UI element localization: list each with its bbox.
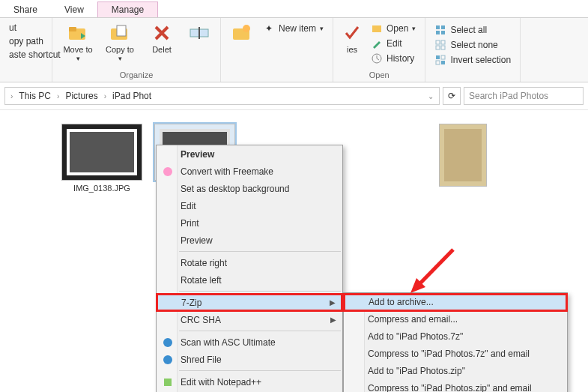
sub-add-archive[interactable]: Add to archive... (344, 293, 567, 310)
copy-to-button[interactable]: Copy to▾ (100, 19, 139, 64)
breadcrumb-pictures[interactable]: Pictures (63, 91, 100, 101)
ctx-print[interactable]: Print (157, 214, 342, 232)
svg-rect-8 (372, 25, 381, 32)
file-thumbnail[interactable]: IMG_0138.JPG (61, 124, 142, 193)
svg-point-22 (163, 167, 172, 176)
sub-compress-zip-email[interactable]: Compress to "iPad Photos.zip" and email (344, 379, 567, 392)
group-organize-label: Organize (58, 69, 214, 82)
select-all-button[interactable]: Select all (431, 22, 514, 37)
delete-button[interactable]: Delet (142, 19, 181, 56)
npp-icon (161, 376, 175, 389)
svg-rect-20 (441, 55, 445, 59)
ctx-rotate-right[interactable]: Rotate right (157, 254, 342, 271)
rename-button[interactable] (184, 19, 214, 46)
folder-move-icon (66, 21, 90, 45)
ctx-crcsha[interactable]: CRC SHA▶ (157, 311, 342, 328)
svg-rect-18 (436, 55, 440, 59)
select-none-button[interactable]: Select none (431, 37, 514, 52)
ctx-wallpaper[interactable]: Set as desktop background (157, 180, 342, 197)
chevron-down-icon[interactable]: ⌄ (425, 92, 436, 100)
file-thumbnail[interactable] (439, 124, 487, 193)
file-label: IMG_0138.JPG (73, 184, 130, 193)
ctx-shred[interactable]: Shred File (157, 351, 342, 368)
svg-rect-11 (441, 25, 445, 29)
breadcrumb[interactable]: › This PC › Pictures › iPad Phot ⌄ (4, 87, 440, 105)
ctx-preview2[interactable]: Preview (157, 232, 342, 249)
svg-rect-12 (436, 31, 440, 34)
history-clock-icon (371, 52, 383, 64)
select-none-icon (434, 39, 446, 51)
cut-button[interactable]: ut (6, 21, 46, 34)
svg-rect-13 (441, 31, 445, 34)
paste-shortcut-button[interactable]: aste shortcut (6, 48, 46, 61)
ctx-notepadpp[interactable]: Edit with Notepad++ (157, 373, 342, 391)
new-item-button[interactable]: ✦New item ▾ (260, 21, 327, 36)
ctx-rotate-left[interactable]: Rotate left (157, 271, 342, 289)
context-submenu-7zip: Add to archive... Compress and email... … (343, 292, 568, 392)
freemake-icon (161, 165, 175, 178)
new-folder-button[interactable] (227, 19, 257, 46)
sub-add-zip[interactable]: Add to "iPad Photos.zip" (344, 362, 567, 379)
address-bar: › This PC › Pictures › iPad Phot ⌄ ⟳ Sea… (0, 82, 588, 110)
svg-rect-16 (436, 46, 440, 49)
ctx-asc-scan[interactable]: Scan with ASC Ultimate (157, 334, 342, 351)
svg-rect-17 (441, 46, 445, 49)
chevron-right-icon: › (102, 92, 109, 100)
refresh-button[interactable]: ⟳ (443, 87, 461, 105)
rename-icon (187, 21, 211, 45)
invert-icon (434, 54, 446, 66)
svg-point-23 (163, 338, 172, 347)
open-icon (371, 22, 383, 34)
submenu-arrow-icon: ▶ (330, 298, 336, 307)
copy-path-button[interactable]: opy path (6, 34, 46, 48)
svg-rect-21 (436, 61, 440, 64)
context-menu: Preview Convert with Freemake Set as des… (156, 145, 343, 392)
delete-x-icon (150, 21, 174, 45)
svg-rect-25 (164, 379, 172, 386)
breadcrumb-folder[interactable]: iPad Phot (110, 91, 154, 101)
tab-share[interactable]: Share (0, 2, 51, 17)
ctx-freemake[interactable]: Convert with Freemake (157, 163, 342, 180)
properties-button[interactable]: ies (339, 19, 365, 56)
sub-compress-7z-email[interactable]: Compress to "iPad Photos.7z" and email (344, 345, 567, 362)
sub-add-7z[interactable]: Add to "iPad Photos.7z" (344, 328, 567, 345)
folder-new-icon (230, 21, 254, 45)
file-pane[interactable]: IMG_0138.JPG Preview Convert with Freema… (0, 110, 588, 392)
invert-selection-button[interactable]: Invert selection (431, 52, 514, 67)
move-to-button[interactable]: Move to▾ (58, 19, 97, 64)
chevron-right-icon: › (8, 92, 15, 100)
history-button[interactable]: History (368, 51, 419, 66)
svg-rect-15 (441, 40, 445, 44)
submenu-arrow-icon: ▶ (330, 316, 336, 324)
ctx-preview[interactable]: Preview (157, 145, 342, 163)
svg-rect-14 (436, 40, 440, 44)
svg-point-7 (243, 25, 250, 32)
search-input[interactable]: Search iPad Photos (464, 87, 584, 105)
ctx-edit[interactable]: Edit (157, 197, 342, 214)
edit-pencil-icon (371, 37, 383, 49)
group-open-label: Open (339, 69, 419, 82)
tab-manage[interactable]: Manage (97, 1, 158, 17)
svg-rect-1 (69, 27, 76, 31)
breadcrumb-thispc[interactable]: This PC (16, 91, 53, 101)
ribbon: ut opy path aste shortcut Move to▾ Copy … (0, 18, 588, 82)
svg-rect-3 (117, 25, 126, 36)
check-icon (340, 21, 364, 45)
select-all-icon (434, 24, 446, 36)
refresh-icon: ⟳ (448, 91, 455, 101)
sub-compress-email[interactable]: Compress and email... (344, 310, 567, 328)
tab-view[interactable]: View (51, 2, 97, 17)
open-button[interactable]: Open ▾ (368, 21, 419, 36)
svg-rect-19 (441, 61, 445, 64)
chevron-right-icon: › (55, 92, 61, 100)
ctx-7zip[interactable]: 7-Zip▶ (157, 294, 342, 311)
svg-point-24 (163, 355, 172, 364)
shred-icon (161, 353, 175, 367)
folder-copy-icon (108, 21, 132, 45)
svg-rect-10 (436, 25, 440, 29)
sparkle-icon: ✦ (263, 22, 275, 34)
asc-icon (161, 336, 175, 349)
edit-button[interactable]: Edit (368, 36, 419, 51)
